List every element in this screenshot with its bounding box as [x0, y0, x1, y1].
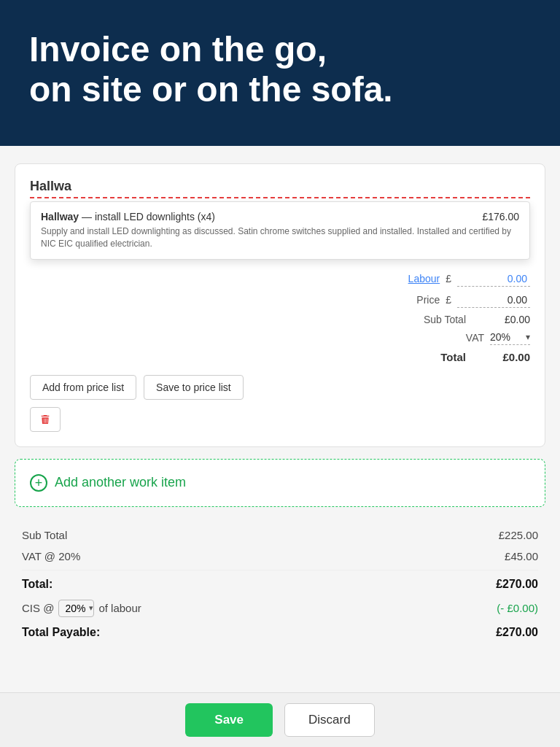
cis-rate-select[interactable]: 0% 10% 20% 30%	[59, 600, 94, 616]
main-content: £176.00 Hallway — install LED downlights…	[0, 146, 560, 716]
summary-total-label: Total:	[22, 578, 52, 591]
labour-currency: £	[446, 273, 451, 285]
total-payable-value: £270.00	[496, 626, 538, 639]
cis-label-prefix: CIS @	[22, 602, 54, 614]
add-work-item-button[interactable]: + Add another work item	[15, 459, 545, 507]
summary-vat-label: VAT @ 20%	[22, 550, 80, 562]
save-button[interactable]: Save	[185, 703, 273, 716]
vat-label: VAT	[466, 332, 484, 344]
work-item-card: £176.00 Hallway — install LED downlights…	[15, 163, 545, 447]
summary-vat-row: VAT @ 20% £45.00	[22, 546, 538, 567]
cis-row: CIS @ 0% 10% 20% 30% ▾ of labour (- £0.0…	[22, 595, 538, 622]
delete-item-button[interactable]	[30, 407, 61, 432]
add-work-item-label: Add another work item	[55, 475, 186, 490]
subtotal-label: Sub Total	[408, 314, 466, 325]
total-payable-label: Total Payable:	[22, 626, 100, 639]
header-line2: on site or on the sofa.	[29, 70, 393, 109]
suggestion-title: Hallway — install LED downlights (x4)	[41, 211, 519, 222]
summary-section: Sub Total £225.00 VAT @ 20% £45.00 Total…	[15, 525, 545, 643]
form-rows: Labour £ Price £ Sub Total £0.00 VAT	[30, 271, 530, 363]
subtotal-value: £0.00	[472, 314, 530, 325]
suggestion-desc: Supply and install LED downlighting as d…	[41, 225, 519, 250]
action-buttons: Add from price list Save to price list	[30, 375, 530, 400]
item-title-input[interactable]	[30, 179, 530, 198]
cis-select-wrapper[interactable]: 0% 10% 20% 30% ▾	[58, 600, 94, 617]
labour-label[interactable]: Labour	[381, 273, 440, 285]
save-to-price-list-button[interactable]: Save to price list	[144, 375, 244, 400]
total-row: Total £0.00	[30, 351, 530, 363]
suggestion-title-bold: Hallway	[41, 211, 79, 222]
summary-vat-value: £45.00	[505, 550, 538, 562]
vat-select[interactable]: 0% 5% 20%	[490, 331, 523, 343]
cis-label-suffix: of labour	[98, 602, 141, 614]
trash-icon	[39, 414, 51, 425]
price-currency: £	[446, 294, 451, 306]
vat-select-wrapper[interactable]: 0% 5% 20% ▾	[490, 331, 530, 345]
total-payable-row: Total Payable: £270.00	[22, 622, 538, 643]
vat-arrow-icon: ▾	[526, 332, 530, 342]
labour-row: Labour £	[30, 271, 530, 287]
summary-subtotal-value: £225.00	[499, 529, 538, 541]
vat-row: VAT 0% 5% 20% ▾	[30, 331, 530, 345]
autocomplete-dropdown[interactable]: £176.00 Hallway — install LED downlights…	[30, 201, 530, 260]
price-input[interactable]	[457, 293, 530, 308]
suggestion-title-rest: — install LED downlights (x4)	[79, 211, 215, 222]
subtotal-row: Sub Total £0.00	[30, 314, 530, 325]
summary-subtotal-label: Sub Total	[22, 529, 67, 541]
plus-circle-icon: +	[30, 474, 47, 492]
footer-bar: Save Discard	[0, 692, 560, 716]
summary-total-row: Total: £270.00	[22, 570, 538, 595]
price-row: Price £	[30, 293, 530, 308]
total-label: Total	[440, 351, 466, 363]
summary-total-value: £270.00	[496, 578, 538, 591]
total-value: £0.00	[472, 351, 530, 363]
suggestion-price: £176.00	[482, 211, 519, 222]
labour-input[interactable]	[457, 271, 530, 287]
header: Invoice on the go, on site or on the sof…	[0, 0, 560, 146]
cis-left: CIS @ 0% 10% 20% 30% ▾ of labour	[22, 600, 141, 617]
discard-button[interactable]: Discard	[284, 703, 375, 716]
cis-value: (- £0.00)	[497, 602, 538, 614]
summary-subtotal-row: Sub Total £225.00	[22, 525, 538, 546]
header-line1: Invoice on the go,	[29, 30, 327, 69]
add-from-price-list-button[interactable]: Add from price list	[30, 375, 136, 400]
price-label: Price	[381, 294, 440, 306]
